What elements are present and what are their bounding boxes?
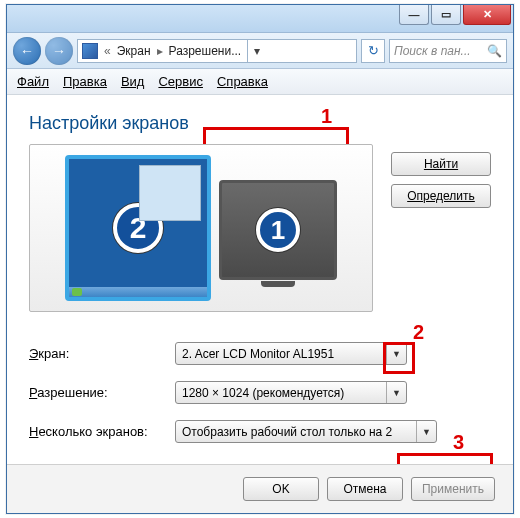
- minimize-button[interactable]: —: [399, 5, 429, 25]
- menu-file[interactable]: Файл: [17, 74, 49, 89]
- multi-value: Отобразить рабочий стол только на 2: [182, 425, 392, 439]
- multi-select[interactable]: Отобразить рабочий стол только на 2 ▼: [175, 420, 437, 443]
- menu-help[interactable]: Справка: [217, 74, 268, 89]
- forward-button[interactable]: →: [45, 37, 73, 65]
- row-screen: Экран: 2. Acer LCD Monitor AL1951 ▼: [29, 342, 491, 365]
- screen-value: 2. Acer LCD Monitor AL1951: [182, 347, 334, 361]
- chevron-left-icon: «: [104, 44, 111, 58]
- find-button[interactable]: Найти: [391, 152, 491, 176]
- multi-label: Несколько экранов:: [29, 424, 175, 439]
- refresh-button[interactable]: ↻: [361, 39, 385, 63]
- monitor-1-badge: 1: [256, 208, 300, 252]
- monitor-2-taskbar: [69, 287, 207, 297]
- annotation-2: 2: [413, 321, 424, 344]
- screen-select[interactable]: 2. Acer LCD Monitor AL1951 ▼: [175, 342, 407, 365]
- navbar: ← → « Экран ▸ Разрешени... ▾ ↻ Поиск в п…: [7, 33, 513, 69]
- content: Настройки экранов 1 2 1 Найти Определить: [7, 95, 513, 469]
- resolution-label: Разрешение:: [29, 385, 175, 400]
- back-button[interactable]: ←: [13, 37, 41, 65]
- screen-label: Экран:: [29, 346, 175, 361]
- search-input[interactable]: Поиск в пан... 🔍: [389, 39, 507, 63]
- row-resolution: Разрешение: 1280 × 1024 (рекомендуется) …: [29, 381, 491, 404]
- monitor-2-window: [139, 165, 201, 221]
- monitor-icon: [82, 43, 98, 59]
- close-button[interactable]: ✕: [463, 5, 511, 25]
- search-icon: 🔍: [487, 44, 502, 58]
- ok-button[interactable]: OK: [243, 477, 319, 501]
- settings-form: Экран: 2. Acer LCD Monitor AL1951 ▼ 2 Ра…: [29, 342, 491, 443]
- start-icon: [72, 288, 82, 296]
- monitor-layout-box[interactable]: 2 1: [29, 144, 373, 312]
- chevron-right-icon: ▸: [157, 44, 163, 58]
- window: — ▭ ✕ ← → « Экран ▸ Разрешени... ▾ ↻ Пои…: [6, 4, 514, 514]
- chevron-down-icon: ▼: [386, 343, 406, 364]
- chevron-down-icon: ▼: [386, 382, 406, 403]
- chevron-down-icon: ▾: [254, 44, 260, 58]
- resolution-select[interactable]: 1280 × 1024 (рекомендуется) ▼: [175, 381, 407, 404]
- monitor-1[interactable]: 1: [219, 180, 337, 280]
- titlebar: — ▭ ✕: [7, 5, 513, 33]
- monitor-2[interactable]: 2: [65, 155, 211, 301]
- refresh-icon: ↻: [368, 43, 379, 58]
- arrow-right-icon: →: [52, 43, 66, 59]
- annotation-1: 1: [321, 105, 332, 128]
- apply-button[interactable]: Применить: [411, 477, 495, 501]
- breadcrumb[interactable]: « Экран ▸ Разрешени... ▾: [77, 39, 357, 63]
- menu-tools[interactable]: Сервис: [158, 74, 203, 89]
- breadcrumb-item-resolution[interactable]: Разрешени...: [169, 44, 242, 58]
- preview-buttons: Найти Определить: [391, 144, 491, 312]
- menubar: Файл Правка Вид Сервис Справка: [7, 69, 513, 95]
- menu-edit[interactable]: Правка: [63, 74, 107, 89]
- cancel-button[interactable]: Отмена: [327, 477, 403, 501]
- search-placeholder: Поиск в пан...: [394, 44, 471, 58]
- chevron-down-icon: ▼: [416, 421, 436, 442]
- maximize-button[interactable]: ▭: [431, 5, 461, 25]
- menu-view[interactable]: Вид: [121, 74, 145, 89]
- resolution-value: 1280 × 1024 (рекомендуется): [182, 386, 344, 400]
- page-title: Настройки экранов: [29, 113, 491, 134]
- annotation-3: 3: [453, 431, 464, 454]
- detect-button[interactable]: Определить: [391, 184, 491, 208]
- row-multi: Несколько экранов: Отобразить рабочий ст…: [29, 420, 491, 443]
- arrow-left-icon: ←: [20, 43, 34, 59]
- breadcrumb-dropdown[interactable]: ▾: [247, 40, 265, 62]
- monitor-preview: 2 1 Найти Определить: [29, 144, 491, 312]
- breadcrumb-item-screen[interactable]: Экран: [117, 44, 151, 58]
- footer: OK Отмена Применить: [7, 464, 513, 513]
